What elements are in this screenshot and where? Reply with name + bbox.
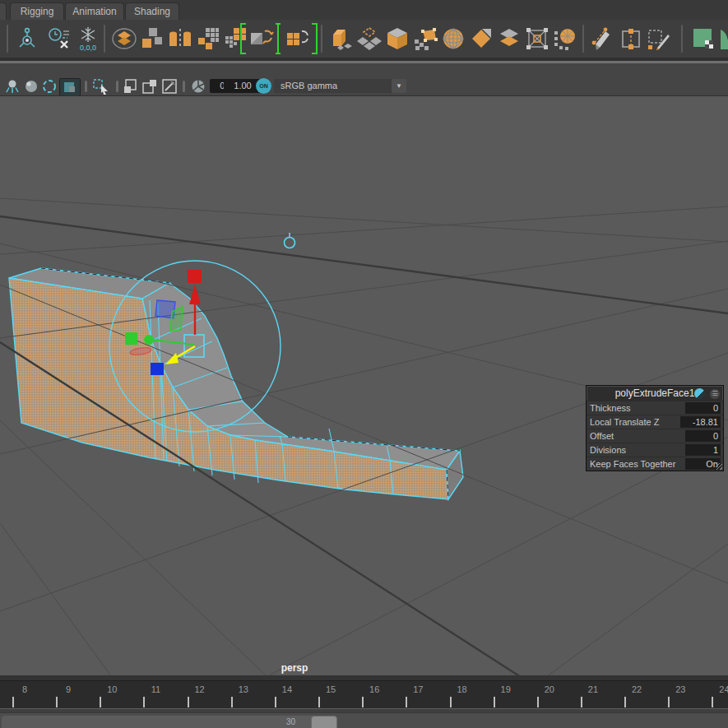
quad-draw-icon[interactable] bbox=[411, 25, 439, 53]
frame-number[interactable]: 11 bbox=[143, 684, 168, 694]
contrast-icon[interactable] bbox=[208, 78, 225, 95]
row-label: Keep Faces Together bbox=[590, 457, 675, 471]
frame-tick[interactable] bbox=[275, 697, 276, 707]
sculpt-wrap-icon[interactable] bbox=[439, 25, 467, 53]
offset-field[interactable]: 0 bbox=[685, 430, 721, 442]
y-axis-arrowhead[interactable] bbox=[189, 285, 201, 304]
frame-tick[interactable] bbox=[668, 697, 670, 707]
frame-tick[interactable] bbox=[494, 697, 495, 707]
lattice-sphere-icon[interactable] bbox=[551, 25, 579, 53]
toolbar-grip[interactable] bbox=[183, 81, 185, 92]
isolate-select-icon[interactable] bbox=[123, 78, 139, 95]
freeze-transformations-icon[interactable]: 0,0,0 bbox=[74, 25, 102, 53]
extrude-icon[interactable] bbox=[327, 25, 355, 53]
frame-tick[interactable] bbox=[318, 697, 320, 707]
isolate-selected-view-icon[interactable] bbox=[141, 78, 158, 95]
separate-icon[interactable] bbox=[138, 25, 166, 53]
frame-tick[interactable] bbox=[450, 697, 452, 707]
y-scale-cube-handle[interactable] bbox=[188, 270, 202, 283]
shelf-tab-shading[interactable]: Shading bbox=[125, 2, 179, 21]
frame-number[interactable]: 23 bbox=[668, 684, 693, 694]
editor-row-divisions: Divisions 1 bbox=[587, 443, 723, 457]
shelf-tab-rigging[interactable]: Rigging bbox=[10, 2, 64, 21]
frame-tick[interactable] bbox=[100, 697, 101, 707]
resize-grip-icon[interactable] bbox=[716, 463, 722, 470]
bevel-icon[interactable] bbox=[355, 25, 383, 53]
frame-tick[interactable] bbox=[231, 697, 233, 707]
time-slider[interactable]: 89101112131415161718192021222324 bbox=[0, 680, 728, 709]
frame-tick[interactable] bbox=[188, 697, 189, 707]
joint-tool-icon[interactable] bbox=[13, 25, 41, 53]
uv-checker-icon[interactable] bbox=[689, 25, 717, 53]
x-axis-arrowhead[interactable] bbox=[144, 335, 154, 345]
range-slider[interactable]: 30 bbox=[0, 712, 728, 728]
offset-edge-loop-icon[interactable] bbox=[645, 25, 673, 53]
color-management-toggle[interactable]: ON bbox=[256, 78, 271, 94]
shelf-separator bbox=[104, 25, 105, 53]
editor-menu-icon[interactable]: ☰ bbox=[710, 389, 720, 399]
frame-number[interactable]: 22 bbox=[624, 684, 649, 694]
frame-number[interactable]: 21 bbox=[581, 684, 605, 694]
frame-number[interactable]: 8 bbox=[12, 684, 37, 694]
toolbar-grip[interactable] bbox=[116, 81, 118, 92]
frame-tick[interactable] bbox=[712, 697, 713, 707]
frame-tick[interactable] bbox=[537, 697, 539, 707]
crease-icon[interactable] bbox=[283, 25, 311, 53]
frame-tick[interactable] bbox=[624, 697, 626, 707]
smooth-preview-icon[interactable] bbox=[247, 25, 275, 53]
frame-tick[interactable] bbox=[362, 697, 364, 707]
frame-tick[interactable] bbox=[406, 697, 407, 707]
combine-icon[interactable] bbox=[110, 25, 138, 53]
delete-history-icon[interactable] bbox=[45, 25, 73, 53]
material-sphere-icon[interactable] bbox=[694, 388, 705, 399]
toolbar-grip[interactable] bbox=[85, 81, 87, 92]
view-transform-dropdown[interactable]: sRGB gamma bbox=[274, 79, 396, 93]
frame-tick[interactable] bbox=[581, 697, 582, 707]
frame-number[interactable]: 24 bbox=[712, 684, 728, 694]
bounding-box-icon[interactable] bbox=[523, 25, 551, 53]
uv-partial-icon[interactable] bbox=[719, 25, 728, 53]
editor-title-row[interactable]: polyExtrudeFace1 ☰ bbox=[587, 386, 723, 401]
fold-icon[interactable] bbox=[467, 25, 495, 53]
multi-cut-icon[interactable] bbox=[589, 25, 617, 53]
mirror-icon[interactable] bbox=[166, 25, 194, 53]
highlight-bracket-mid bbox=[275, 23, 281, 54]
frame-tick[interactable] bbox=[12, 697, 14, 707]
frame-number[interactable]: 15 bbox=[318, 684, 343, 694]
frame-number[interactable]: 12 bbox=[188, 684, 212, 694]
timeline-ruler[interactable]: 89101112131415161718192021222324 bbox=[0, 681, 728, 709]
frame-number[interactable]: 10 bbox=[100, 684, 124, 694]
x-scale-cube-handle[interactable] bbox=[125, 332, 137, 345]
local-translate-z-field[interactable]: -18.81 bbox=[680, 416, 721, 428]
shelf-tab-partial[interactable] bbox=[0, 2, 7, 21]
frame-tick[interactable] bbox=[56, 697, 58, 707]
wireframe-on-shaded-icon[interactable] bbox=[41, 78, 58, 95]
frame-number[interactable]: 13 bbox=[231, 684, 256, 694]
z-scale-cube-handle[interactable] bbox=[151, 363, 164, 375]
frame-number[interactable]: 20 bbox=[537, 684, 562, 694]
shelf-tab-animation[interactable]: Animation bbox=[65, 2, 124, 21]
lighting-icon[interactable] bbox=[4, 78, 21, 95]
frame-number[interactable]: 18 bbox=[450, 684, 475, 694]
divisions-field[interactable]: 1 bbox=[685, 444, 721, 456]
select-through-icon[interactable] bbox=[92, 78, 112, 95]
frame-number[interactable]: 16 bbox=[362, 684, 387, 694]
fill-hole-icon[interactable] bbox=[194, 25, 222, 53]
thickness-field[interactable]: 0 bbox=[685, 402, 721, 414]
range-end-handle[interactable] bbox=[311, 716, 337, 728]
frame-number[interactable]: 9 bbox=[56, 684, 81, 694]
shaded-display-icon[interactable] bbox=[23, 78, 39, 95]
frame-number[interactable]: 19 bbox=[494, 684, 518, 694]
highlight-bracket-left bbox=[240, 23, 247, 54]
camera-attributes-icon[interactable] bbox=[161, 78, 178, 95]
poly-mesh[interactable] bbox=[9, 268, 463, 499]
exposure-icon[interactable] bbox=[190, 78, 206, 95]
frame-number[interactable]: 17 bbox=[406, 684, 430, 694]
bridge-icon[interactable] bbox=[383, 25, 411, 53]
textured-display-icon[interactable] bbox=[59, 78, 81, 96]
dropdown-arrow-icon[interactable]: ▼ bbox=[392, 79, 406, 93]
frame-tick[interactable] bbox=[143, 697, 145, 707]
insert-edge-loop-icon[interactable] bbox=[617, 25, 645, 53]
stack-layers-icon[interactable] bbox=[495, 25, 523, 53]
frame-number[interactable]: 14 bbox=[275, 684, 299, 694]
